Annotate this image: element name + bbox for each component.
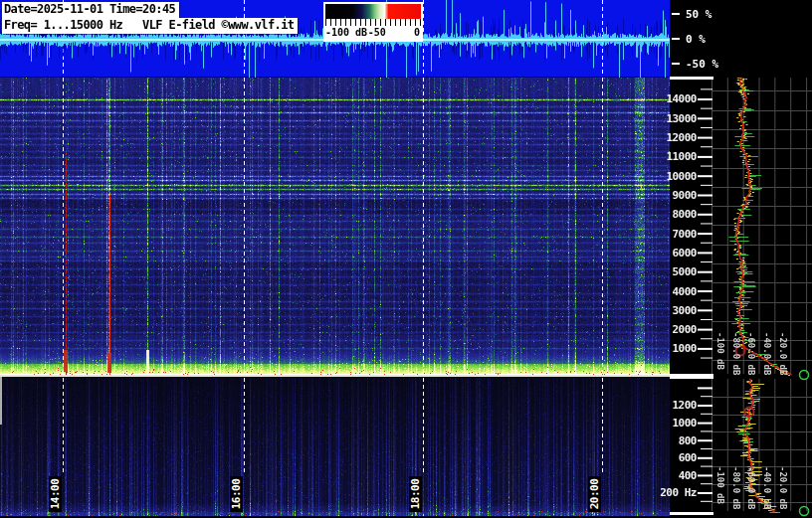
time-label-1400: 14:00 [49,476,62,512]
freq-label-3000: 3000 [653,304,697,317]
freq-label-600: 600 [653,451,697,464]
freq-label-6000: 6000 [653,247,697,259]
scale-mid-label: -50 [368,26,386,40]
freq-label-7000: 7000 [653,228,697,241]
color-scale: -100 dB -50 0 [323,2,423,42]
db-label-u20: -20.0 dB [778,332,788,376]
freq-label-5000: 5000 [653,265,697,278]
freq-label-4000: 4000 [653,285,697,298]
freq-label-8000: 8000 [653,208,697,221]
time-label-1800: 18:00 [409,476,422,512]
time-label-2000: 20:00 [588,476,601,512]
db-label-l40: -40.0 dB [762,466,772,510]
vlf-monitor-window: Date=2025-11-01 Time=20:45 Freq= 1...150… [0,0,812,518]
freq-label-10000: 10000 [653,170,697,183]
color-scale-gradient [325,4,421,19]
freq-label-11000: 11000 [653,150,697,163]
date-time-label: Date=2025-11-01 Time=20:45 [2,2,179,18]
freq-label-13000: 13000 [653,112,697,125]
pct-label-0: 0 % [686,33,706,46]
freq-label-2000: 2000 [653,323,697,336]
db-label-l100: -100 dB [715,466,725,510]
scale-min-label: -100 dB [325,26,367,40]
pct-label-50: 50 % [686,8,712,21]
db-label-l60: -60.0 dB [746,466,756,510]
db-label-u40: -40.0 dB [762,332,772,376]
color-scale-ticks [325,19,421,26]
freq-label-200hz: 200 Hz [653,486,697,499]
freq-label-14000: 14000 [653,92,697,105]
scale-max-label: 0 [414,26,420,40]
time-label-1600: 16:00 [230,476,243,512]
db-label-l80: -80.0 dB [731,466,741,510]
freq-label-1200: 1200 [653,399,697,412]
freq-range-label: Freq= 1...15000 Hz VLF E-field ©www.vlf.… [2,18,298,34]
freq-label-12000: 12000 [653,131,697,144]
db-label-l20: -20.0 dB [778,466,788,510]
freq-label-400: 400 [653,469,697,482]
freq-label-9000: 9000 [653,189,697,202]
db-label-u80: -80.0 dB [731,332,741,376]
freq-label-800: 800 [653,434,697,447]
freq-label-1000b: 1000 [653,417,697,430]
pct-label-neg50: -50 % [686,58,718,71]
db-label-u100: -100 dB [715,332,725,376]
db-label-u60: -60.0 dB [746,332,756,376]
freq-label-1000: 1000 [653,342,697,355]
